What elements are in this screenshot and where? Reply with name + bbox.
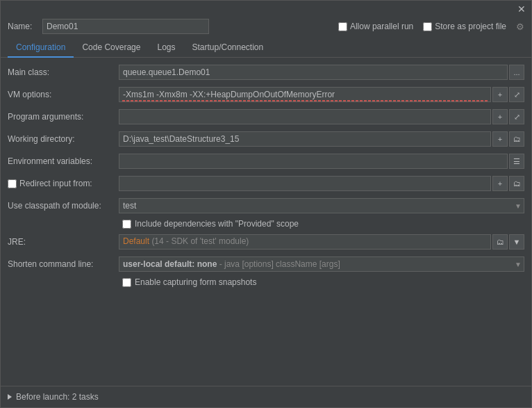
tab-configuration[interactable]: Configuration <box>8 38 74 58</box>
header-row: Name: Allow parallel run Store as projec… <box>1 17 531 38</box>
classpath-select-wrapper: test ▼ <box>119 198 524 213</box>
content-area: Main class: ... VM options: + ⤢ Program … <box>1 58 531 386</box>
before-launch-toggle[interactable] <box>8 394 12 400</box>
env-vars-row: Environment variables: ☰ <box>8 152 524 170</box>
redirect-input-row: Redirect input from: + 🗂 <box>8 174 524 193</box>
jre-label: JRE: <box>8 237 119 247</box>
classpath-select[interactable]: test <box>119 198 524 213</box>
store-project-label[interactable]: Store as project file <box>423 22 506 31</box>
dialog: ✕ Name: Allow parallel run Store as proj… <box>0 0 532 408</box>
allow-parallel-label[interactable]: Allow parallel run <box>338 22 413 31</box>
vm-options-fullscreen-button[interactable]: ⤢ <box>509 87 524 102</box>
main-class-browse-button[interactable]: ... <box>509 65 524 80</box>
gear-icon[interactable]: ⚙ <box>516 22 524 32</box>
folder-icon: 🗂 <box>513 135 521 143</box>
redirect-input-expand-button[interactable]: + <box>492 176 508 191</box>
program-args-label: Program arguments: <box>8 112 119 122</box>
program-args-fullscreen-button[interactable]: ⤢ <box>509 109 524 124</box>
jre-value-text: Default (14 - SDK of 'test' module) <box>123 236 249 246</box>
jre-input-group: Default (14 - SDK of 'test' module) 🗂 ▼ <box>119 234 524 250</box>
vm-options-row: VM options: + ⤢ <box>8 85 524 104</box>
redirect-input-browse-button[interactable]: 🗂 <box>509 176 524 191</box>
vm-options-input-group: + ⤢ <box>119 87 524 102</box>
tab-logs[interactable]: Logs <box>149 38 183 58</box>
name-label: Name: <box>8 22 35 31</box>
before-launch-label: Before launch: 2 tasks <box>16 392 99 402</box>
jre-input[interactable]: Default (14 - SDK of 'test' module) <box>119 234 491 250</box>
working-dir-input[interactable] <box>119 131 491 147</box>
shorten-cmd-text: user-local default: none - java [options… <box>123 259 340 269</box>
working-dir-label: Working directory: <box>8 134 119 144</box>
working-dir-input-group: + 🗂 <box>119 131 524 147</box>
include-deps-label[interactable]: Include dependencies with "Provided" sco… <box>122 219 299 229</box>
main-class-input-group: ... <box>119 65 524 80</box>
before-launch-section: Before launch: 2 tasks <box>1 386 531 407</box>
program-args-row: Program arguments: + ⤢ <box>8 108 524 126</box>
tab-startup-connection[interactable]: Startup/Connection <box>183 38 272 58</box>
working-dir-browse-button[interactable]: 🗂 <box>509 131 524 147</box>
program-args-expand-button[interactable]: + <box>492 109 508 124</box>
redirect-input-group: + 🗂 <box>119 176 524 191</box>
main-class-label: Main class: <box>8 67 119 77</box>
program-args-input[interactable] <box>119 109 491 124</box>
redirect-input-checkbox[interactable] <box>8 179 17 188</box>
include-deps-row: Include dependencies with "Provided" sco… <box>8 219 524 229</box>
classpath-module-row: Use classpath of module: test ▼ <box>8 197 524 215</box>
vm-options-input[interactable] <box>119 87 491 102</box>
working-dir-expand-button[interactable]: + <box>492 131 508 147</box>
shorten-cmd-label: Shorten command line: <box>8 259 119 269</box>
store-project-checkbox[interactable] <box>423 22 432 31</box>
header-right: Allow parallel run Store as project file… <box>338 22 524 32</box>
main-class-input[interactable] <box>119 65 508 80</box>
env-vars-edit-button[interactable]: ☰ <box>509 154 524 169</box>
program-args-input-group: + ⤢ <box>119 109 524 124</box>
enable-snapshots-row: Enable capturing form snapshots <box>8 277 524 287</box>
working-dir-row: Working directory: + 🗂 <box>8 130 524 148</box>
jre-browse-folder-button[interactable]: 🗂 <box>492 234 508 250</box>
title-bar: ✕ <box>1 1 531 17</box>
tabs: Configuration Code Coverage Logs Startup… <box>1 38 531 58</box>
allow-parallel-checkbox[interactable] <box>338 22 347 31</box>
classpath-label: Use classpath of module: <box>8 201 119 211</box>
include-deps-checkbox[interactable] <box>122 220 131 229</box>
enable-snapshots-checkbox[interactable] <box>122 278 131 287</box>
redirect-input-checkbox-label[interactable]: Redirect input from: <box>8 179 119 188</box>
name-input[interactable] <box>42 19 209 34</box>
shorten-cmd-select-wrapper: user-local default: none - java [options… <box>119 256 524 272</box>
shorten-cmd-row: Shorten command line: user-local default… <box>8 255 524 273</box>
jre-dropdown-button[interactable]: ▼ <box>509 234 524 250</box>
enable-snapshots-label[interactable]: Enable capturing form snapshots <box>8 277 256 287</box>
env-vars-input-group: ☰ <box>119 154 524 169</box>
jre-row: JRE: Default (14 - SDK of 'test' module)… <box>8 233 524 251</box>
env-vars-label: Environment variables: <box>8 156 119 166</box>
vm-options-expand-button[interactable]: + <box>492 87 508 102</box>
folder-icon-redirect: 🗂 <box>513 179 521 188</box>
tab-code-coverage[interactable]: Code Coverage <box>74 38 149 58</box>
redirect-input-field[interactable] <box>119 176 491 191</box>
folder-icon-jre: 🗂 <box>497 238 504 246</box>
main-class-row: Main class: ... <box>8 63 524 81</box>
vm-options-label: VM options: <box>8 90 119 99</box>
close-button[interactable]: ✕ <box>516 3 527 15</box>
shorten-cmd-display[interactable]: user-local default: none - java [options… <box>119 256 524 272</box>
env-vars-input[interactable] <box>119 154 508 169</box>
